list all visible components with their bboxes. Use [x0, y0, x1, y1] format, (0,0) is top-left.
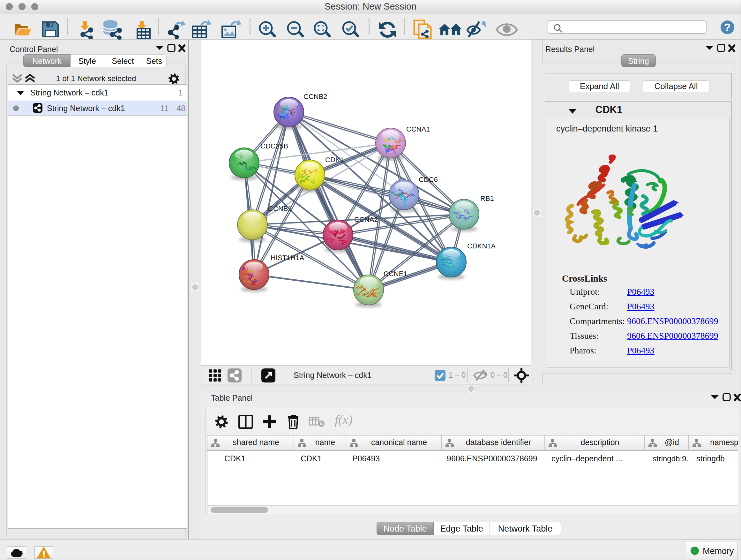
svg-text:CCNB2: CCNB2: [304, 92, 327, 101]
svg-text:CDK1: CDK1: [325, 156, 344, 164]
svg-text:CDC25B: CDC25B: [260, 142, 288, 150]
svg-text:CCNA1: CCNA1: [406, 125, 430, 133]
svg-text:HIST1H1A: HIST1H1A: [271, 254, 304, 262]
svg-text:CDC6: CDC6: [419, 176, 438, 184]
svg-text:CCNA2: CCNA2: [354, 215, 378, 224]
svg-text:RB1: RB1: [480, 194, 494, 202]
svg-text:CCNE1: CCNE1: [384, 270, 408, 278]
svg-text:CCNB1: CCNB1: [268, 205, 292, 212]
svg-text:CDKN1A: CDKN1A: [467, 242, 496, 250]
